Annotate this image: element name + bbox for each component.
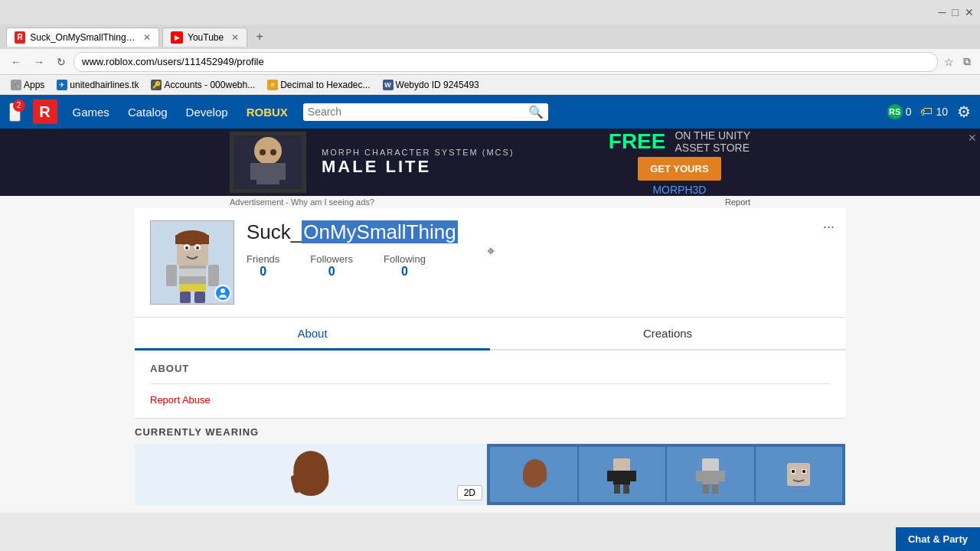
bookmarks-bar: 🔧 Apps ✈ unitedhairlines.tk 🔑 Accounts -… [0,75,980,95]
tab-roblox[interactable]: R Suck_OnMySmallThing - R... ✕ [6,28,159,47]
apps-favicon: 🔧 [11,80,21,90]
close-btn[interactable]: ✕ [965,6,974,18]
svg-rect-19 [180,292,191,303]
premium-button[interactable]: 🏷 10 [920,105,948,119]
tab-youtube[interactable]: ▶ YouTube ✕ [162,28,247,47]
extensions-button[interactable]: ⧉ [960,54,974,70]
ad-text-block: MORPH CHARACTER SYSTEM (MCS) MALE LITE [322,148,593,177]
wearing-item-4[interactable] [756,447,843,502]
bookmark-apps-label: Apps [24,80,44,90]
roblox-logo[interactable]: R [33,99,57,124]
nav-catalog-link[interactable]: Catalog [125,106,171,119]
svg-rect-25 [613,471,630,484]
maximize-btn[interactable]: □ [952,6,959,18]
forward-button[interactable]: → [29,54,49,70]
svg-rect-29 [623,484,629,494]
back-button[interactable]: ← [6,54,26,70]
svg-rect-40 [802,470,805,473]
ad-cta-button[interactable]: GET YOURS [638,157,720,181]
profile-stats: Friends 0 Followers 0 Following 0 [247,253,830,279]
followers-label: Followers [310,253,353,265]
profile-info: Suck_OnMySmallThing Friends 0 Followers … [247,220,830,279]
bookmark-airlines[interactable]: ✈ unitedhairlines.tk [52,78,143,92]
nav-develop-link[interactable]: Develop [183,106,231,119]
tab-creations[interactable]: Creations [490,318,845,349]
ad-system-title: MORPH CHARACTER SYSTEM (MCS) [322,148,593,157]
svg-rect-36 [787,463,810,486]
tab-roblox-title: Suck_OnMySmallThing - R... [30,32,136,43]
profile-options-button[interactable]: ··· [823,219,835,235]
ad-main-title: MALE LITE [322,157,593,177]
svg-point-6 [270,149,276,155]
svg-point-16 [196,246,199,249]
friends-label: Friends [247,253,279,265]
avatar-status-icon [214,285,231,302]
bookmark-webydo-label: Webydo ID 9245493 [396,80,479,90]
search-button[interactable]: 🔍 [528,105,544,119]
avatar-wrapper [150,220,234,305]
tab-about[interactable]: About [135,318,490,349]
new-tab-button[interactable]: + [250,28,269,46]
bookmark-decimal[interactable]: # Decimal to Hexadec... [263,78,374,92]
followers-stat[interactable]: Followers 0 [310,253,353,279]
ad-content: MORPH CHARACTER SYSTEM (MCS) MALE LITE F… [230,129,750,196]
reload-button[interactable]: ↻ [52,54,70,70]
svg-point-1 [254,137,282,165]
robux-button[interactable]: RS 0 [887,104,912,119]
ad-free-row: FREE ON THE UNITY ASSET STORE [609,129,750,154]
chat-party-button[interactable]: Chat & Party [896,527,980,551]
svg-rect-12 [175,235,209,244]
wearing-item-3-svg [693,454,728,496]
svg-point-5 [260,149,266,155]
ad-close-button[interactable]: ✕ [968,132,977,144]
svg-rect-26 [607,471,613,481]
ad-report-link[interactable]: Report [725,197,750,207]
bookmark-accounts[interactable]: 🔑 Accounts - 000webh... [146,78,260,92]
svg-rect-31 [702,471,719,484]
search-input[interactable] [308,106,528,118]
tab-bar: R Suck_OnMySmallThing - R... ✕ ▶ YouTube… [0,24,980,49]
svg-rect-28 [614,484,620,494]
ad-image [230,132,306,193]
settings-button[interactable]: ⚙ [957,103,971,121]
currently-wearing-section: CURRENTLY WEARING 2D [135,419,845,513]
ad-banner: MORPH CHARACTER SYSTEM (MCS) MALE LITE F… [0,129,980,196]
svg-rect-17 [166,265,177,286]
address-bar[interactable] [74,52,938,72]
bookmark-star-button[interactable]: ☆ [941,54,957,70]
friends-stat[interactable]: Friends 0 [247,253,279,279]
roblox-logo-text: R [39,103,50,121]
wearing-item-3[interactable] [667,447,754,502]
accounts-favicon: 🔑 [151,80,162,90]
minimize-btn[interactable]: ─ [939,6,946,18]
tab-youtube-title: YouTube [188,32,224,43]
wearing-item-2-svg [604,454,639,496]
wearing-2d-button[interactable]: 2D [457,485,482,500]
nav-robux-link[interactable]: ROBUX [243,106,291,119]
wearing-item-2[interactable] [579,447,666,502]
youtube-favicon: ▶ [171,31,183,44]
bookmark-airlines-label: unitedhairlines.tk [70,80,139,90]
following-stat[interactable]: Following 0 [384,253,426,279]
ad-note-bar: Advertisement - Why am I seeing ads? Rep… [0,196,980,208]
hamburger-menu-button[interactable]: ≡ 2 [9,103,21,122]
bookmark-apps[interactable]: 🔧 Apps [6,78,49,92]
ad-on-label: ON THE UNITY [675,129,750,142]
friends-value: 0 [247,265,279,279]
wearing-item-1[interactable] [490,447,577,502]
premium-icon: 🏷 [920,105,933,119]
tab-youtube-close[interactable]: ✕ [231,32,239,43]
status-person-icon [218,289,227,298]
currently-wearing-title: CURRENTLY WEARING [135,426,845,438]
svg-rect-3 [250,163,258,180]
bookmark-webydo[interactable]: W Webydo ID 9245493 [378,78,484,92]
ad-asset-label: ASSET STORE [675,142,750,154]
roblox-nav: ≡ 2 R Games Catalog Develop ROBUX 🔍 RS 0… [0,95,980,129]
about-divider [150,383,830,384]
report-abuse-link[interactable]: Report Abuse [150,394,211,406]
svg-rect-8 [179,269,206,276]
ad-right: FREE ON THE UNITY ASSET STORE GET YOURS … [609,129,750,196]
hair-preview-svg [280,448,341,501]
nav-games-link[interactable]: Games [70,106,113,119]
tab-roblox-close[interactable]: ✕ [143,32,151,43]
